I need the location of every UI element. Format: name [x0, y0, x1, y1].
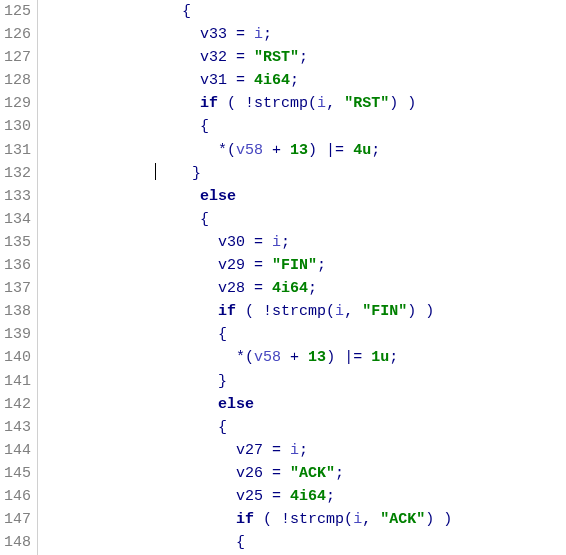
- line-number: 142: [0, 393, 37, 416]
- code-area[interactable]: { v33 = i; v32 = "RST"; v31 = 4i64; if (…: [38, 0, 566, 555]
- token-num: 13: [308, 349, 326, 366]
- line-number: 130: [0, 115, 37, 138]
- token-var: i: [353, 511, 362, 528]
- code-line[interactable]: v27 = i;: [38, 439, 566, 462]
- code-line[interactable]: else: [38, 393, 566, 416]
- token-op: *(: [218, 142, 236, 159]
- line-number: 141: [0, 370, 37, 393]
- code-line[interactable]: if ( !strcmp(i, "ACK") ): [38, 508, 566, 531]
- line-number: 136: [0, 254, 37, 277]
- line-number: 147: [0, 508, 37, 531]
- token-op: ,: [362, 511, 380, 528]
- code-line[interactable]: v33 = i;: [38, 23, 566, 46]
- token-kw: else: [200, 188, 236, 205]
- token-op: (: [308, 95, 317, 112]
- token-op: =: [227, 26, 254, 43]
- code-line[interactable]: {: [38, 0, 566, 23]
- code-line[interactable]: }: [38, 370, 566, 393]
- token-op: *(: [236, 349, 254, 366]
- line-number: 137: [0, 277, 37, 300]
- code-line[interactable]: v29 = "FIN";: [38, 254, 566, 277]
- code-line[interactable]: {: [38, 323, 566, 346]
- token-op: =: [245, 280, 272, 297]
- token-fn: strcmp: [254, 95, 308, 112]
- token-op: ;: [335, 465, 344, 482]
- token-id: v30: [218, 234, 245, 251]
- line-number: 132: [0, 162, 37, 185]
- token-num: 4u: [353, 142, 371, 159]
- token-var: i: [272, 234, 281, 251]
- token-br: {: [200, 211, 209, 228]
- line-number: 125: [0, 0, 37, 23]
- token-var: v58: [254, 349, 281, 366]
- code-line[interactable]: v28 = 4i64;: [38, 277, 566, 300]
- token-id: v29: [218, 257, 245, 274]
- token-str: "ACK": [290, 465, 335, 482]
- token-op: +: [263, 142, 290, 159]
- token-op: ) |=: [326, 349, 371, 366]
- line-number-gutter: 1251261271281291301311321331341351361371…: [0, 0, 38, 555]
- code-line[interactable]: {: [38, 115, 566, 138]
- code-line[interactable]: }: [38, 162, 566, 185]
- token-op: ) ): [425, 511, 452, 528]
- token-op: =: [263, 488, 290, 505]
- token-var: i: [254, 26, 263, 43]
- code-line[interactable]: v30 = i;: [38, 231, 566, 254]
- token-op: (: [344, 511, 353, 528]
- line-number: 134: [0, 208, 37, 231]
- code-line[interactable]: v31 = 4i64;: [38, 69, 566, 92]
- token-br: }: [218, 373, 227, 390]
- code-line[interactable]: *(v58 + 13) |= 1u;: [38, 346, 566, 369]
- code-line[interactable]: if ( !strcmp(i, "RST") ): [38, 92, 566, 115]
- token-op: ( !: [236, 303, 272, 320]
- token-op: ) ): [407, 303, 434, 320]
- token-kw: if: [236, 511, 254, 528]
- token-br: {: [218, 419, 227, 436]
- token-br: {: [218, 326, 227, 343]
- token-kw: if: [218, 303, 236, 320]
- token-op: =: [263, 465, 290, 482]
- line-number: 128: [0, 69, 37, 92]
- token-op: =: [227, 49, 254, 66]
- token-fn: strcmp: [272, 303, 326, 320]
- code-line[interactable]: else: [38, 185, 566, 208]
- token-num: 1u: [371, 349, 389, 366]
- line-number: 133: [0, 185, 37, 208]
- code-line[interactable]: if ( !strcmp(i, "FIN") ): [38, 300, 566, 323]
- token-id: v25: [236, 488, 263, 505]
- token-id: v31: [200, 72, 227, 89]
- token-op: ;: [308, 280, 317, 297]
- code-line[interactable]: v32 = "RST";: [38, 46, 566, 69]
- code-line[interactable]: *(v58 + 13) |= 4u;: [38, 139, 566, 162]
- token-op: ,: [344, 303, 362, 320]
- token-id: v32: [200, 49, 227, 66]
- token-op: (: [326, 303, 335, 320]
- token-br: {: [200, 118, 209, 135]
- token-op: ;: [290, 72, 299, 89]
- token-num: 4i64: [290, 488, 326, 505]
- token-var: i: [317, 95, 326, 112]
- token-num: 4i64: [272, 280, 308, 297]
- token-op: ;: [389, 349, 398, 366]
- token-id: v27: [236, 442, 263, 459]
- code-line[interactable]: v25 = 4i64;: [38, 485, 566, 508]
- token-var: i: [290, 442, 299, 459]
- token-op: ;: [281, 234, 290, 251]
- code-line[interactable]: {: [38, 416, 566, 439]
- line-number: 138: [0, 300, 37, 323]
- line-number: 126: [0, 23, 37, 46]
- token-op: =: [263, 442, 290, 459]
- code-line[interactable]: {: [38, 531, 566, 554]
- line-number: 129: [0, 92, 37, 115]
- token-str: "FIN": [272, 257, 317, 274]
- code-line[interactable]: {: [38, 208, 566, 231]
- token-kw: else: [218, 396, 254, 413]
- token-op: ) ): [389, 95, 416, 112]
- token-br: {: [236, 534, 245, 551]
- code-line[interactable]: v26 = "ACK";: [38, 462, 566, 485]
- token-id: v28: [218, 280, 245, 297]
- token-str: "ACK": [380, 511, 425, 528]
- code-editor[interactable]: 1251261271281291301311321331341351361371…: [0, 0, 566, 555]
- line-number: 127: [0, 46, 37, 69]
- token-op: ;: [371, 142, 380, 159]
